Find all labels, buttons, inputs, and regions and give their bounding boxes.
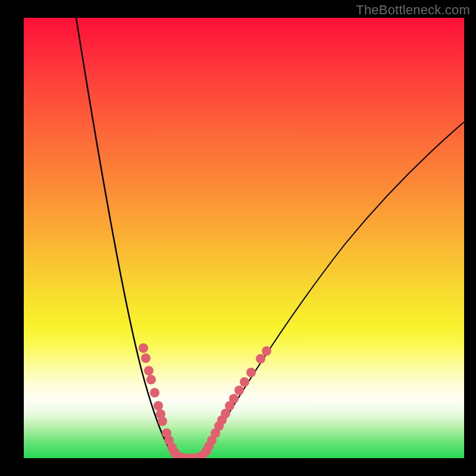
- data-dot: [240, 377, 249, 387]
- data-dot: [229, 394, 239, 403]
- data-dot: [141, 353, 151, 363]
- dots-layer: [139, 343, 271, 458]
- data-dot: [256, 354, 265, 364]
- data-dot: [158, 416, 167, 426]
- data-dot: [234, 386, 244, 395]
- data-dot: [146, 375, 156, 384]
- chart-frame: TheBottleneck.com: [0, 0, 476, 476]
- data-dot: [154, 401, 163, 411]
- data-dot: [150, 388, 159, 397]
- watermark-text: TheBottleneck.com: [356, 2, 470, 18]
- data-dot: [246, 368, 256, 377]
- left-curve: [76, 18, 193, 458]
- plot-area: [24, 18, 464, 458]
- data-dot: [144, 366, 154, 375]
- chart-svg: [24, 18, 464, 458]
- data-dot: [139, 343, 148, 353]
- data-dot: [262, 346, 271, 356]
